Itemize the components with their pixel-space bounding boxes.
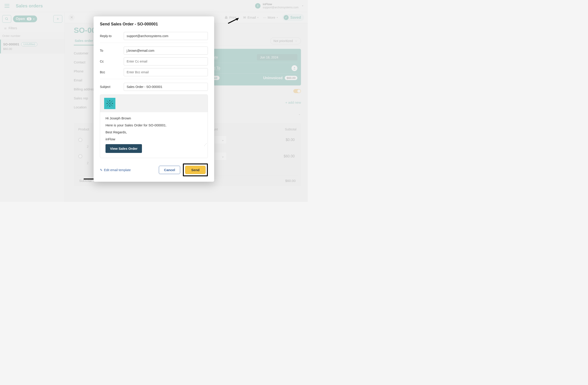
svg-point-0: [5, 18, 7, 20]
replyto-label: Reply-to: [100, 34, 124, 38]
check-icon: ✓: [284, 15, 289, 20]
row-radio[interactable]: [78, 154, 82, 158]
saved-label: Saved: [290, 16, 301, 20]
chevron-down-icon: ▾: [33, 18, 34, 20]
col-subtotal: Subtotal: [251, 127, 296, 131]
subject-label: Subject: [100, 85, 124, 89]
open-label: Open: [16, 17, 25, 21]
saved-indicator: ✓ Saved: [282, 14, 304, 21]
email-menu[interactable]: ✉ Email ▾: [243, 16, 258, 20]
open-filter-pill[interactable]: Open 1 ▾: [13, 16, 37, 22]
to-label: To: [100, 49, 124, 52]
order-list-item[interactable]: SO-000001 Unfulfilled $60.00: [0, 40, 64, 54]
chevron-down-icon: ▾: [302, 4, 303, 7]
svg-point-13: [112, 103, 113, 104]
svg-point-11: [109, 101, 110, 101]
preview-signature: inFlow: [105, 137, 202, 141]
user-menu[interactable]: I inFlow support@archonsystems.com ▾: [255, 3, 303, 9]
bcc-input[interactable]: [124, 68, 208, 76]
plus-icon: [56, 17, 59, 20]
subject-input[interactable]: Sales Order - SO-000001: [124, 83, 208, 91]
row-radio[interactable]: [78, 138, 82, 142]
user-name: inFlow: [263, 3, 298, 6]
filters-icon: ≣: [4, 26, 7, 30]
chevron-down-icon: ▾: [257, 16, 258, 19]
tab-sales-order[interactable]: Sales order: [74, 37, 94, 45]
person-icon: [293, 67, 296, 70]
chevron-down-icon: ⌄: [221, 138, 224, 142]
edit-email-template-link[interactable]: ✎ Edit email template: [100, 168, 131, 172]
status-badge: Unfulfilled: [21, 42, 38, 46]
replyto-input[interactable]: support@archonsystems.com: [124, 32, 208, 40]
view-sales-order-button[interactable]: View Sales Order: [105, 144, 142, 153]
send-sales-order-modal: Send Sales Order - SO-000001 Reply-to su…: [94, 16, 214, 182]
pencil-icon: ✎: [100, 168, 103, 172]
order-date-value[interactable]: Jun 18, 2024: [257, 54, 297, 61]
priority-selector[interactable]: Not prioritized ☆: [270, 38, 301, 44]
chevron-down-icon: ⌄: [221, 154, 224, 158]
email-label: Email: [248, 16, 256, 19]
list-column-header: Order number: [0, 32, 64, 40]
close-button[interactable]: ✕: [68, 14, 75, 21]
svg-point-12: [107, 103, 108, 104]
row-subtotal: $0.00: [251, 138, 296, 142]
chevron-down-icon: ▾: [277, 16, 278, 19]
user-email: support@archonsystems.com: [263, 6, 298, 9]
send-button[interactable]: Send: [185, 166, 206, 174]
shipping-toggle[interactable]: [293, 89, 301, 93]
summary-amount: $60.00: [285, 76, 297, 80]
email-preview: Hi Joseph Brown Here is your Sales Order…: [100, 94, 208, 158]
annotation-highlight: Send: [183, 163, 208, 176]
svg-line-5: [228, 19, 237, 23]
invoice-status: Uninvoiced: [263, 76, 283, 80]
assigned-to-avatar[interactable]: [292, 65, 297, 71]
email-icon: ✉: [243, 16, 246, 20]
filters-toggle[interactable]: ≣ Filters: [0, 25, 64, 32]
avatar: I: [255, 3, 260, 9]
add-new-link[interactable]: + add new: [285, 101, 301, 104]
menu-icon[interactable]: [4, 4, 9, 8]
cc-label: Cc: [100, 60, 124, 63]
more-icon: ⋯: [263, 16, 266, 20]
page-title: Sales orders: [16, 3, 43, 9]
top-bar: Sales orders I inFlow support@archonsyst…: [0, 0, 308, 12]
new-order-button[interactable]: [53, 15, 62, 23]
svg-point-4: [294, 67, 295, 68]
resize-handle-icon[interactable]: ⋰: [204, 143, 206, 145]
to-input[interactable]: j.brown@email.com: [124, 47, 208, 55]
close-icon: ✕: [70, 15, 73, 20]
company-logo: [104, 98, 115, 109]
annotation-arrow: [228, 18, 239, 24]
search-button[interactable]: [2, 15, 11, 23]
row-subtotal: $60.00: [251, 154, 296, 158]
order-number: SO-000001: [3, 42, 19, 46]
cc-input[interactable]: [124, 57, 208, 65]
preview-greeting: Hi Joseph Brown: [105, 116, 202, 120]
more-label: More: [268, 16, 275, 19]
preview-regards: Best Regards,: [105, 130, 202, 134]
order-amount: $60.00: [3, 47, 62, 51]
svg-line-1: [7, 19, 8, 20]
search-icon: [5, 17, 9, 21]
star-icon: ☆: [295, 39, 298, 43]
modal-title: Send Sales Order - SO-000001: [100, 22, 208, 26]
order-list-sidebar: Open 1 ▾ ≣ Filters Order number SO-00000…: [0, 12, 65, 202]
chevron-down-icon[interactable]: ⌄: [298, 112, 301, 116]
more-menu[interactable]: ⋯ More ▾: [263, 16, 278, 20]
cancel-button[interactable]: Cancel: [159, 166, 180, 174]
priority-label: Not prioritized: [273, 39, 293, 43]
svg-point-14: [109, 106, 110, 107]
filters-label: Filters: [9, 26, 17, 30]
bcc-label: Bcc: [100, 70, 124, 74]
preview-body: Here is your Sales Order for SO-000001.: [105, 123, 202, 127]
subtotal-value: $60.00: [285, 179, 295, 182]
open-count: 1: [27, 17, 31, 20]
